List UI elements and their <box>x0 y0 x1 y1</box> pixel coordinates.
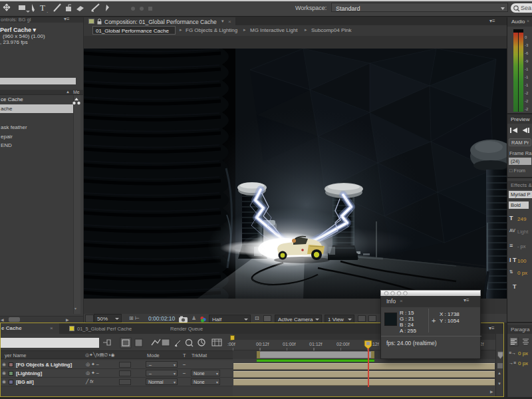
svg-text:T: T <box>40 3 45 13</box>
svg-text:.: . <box>47 7 49 14</box>
